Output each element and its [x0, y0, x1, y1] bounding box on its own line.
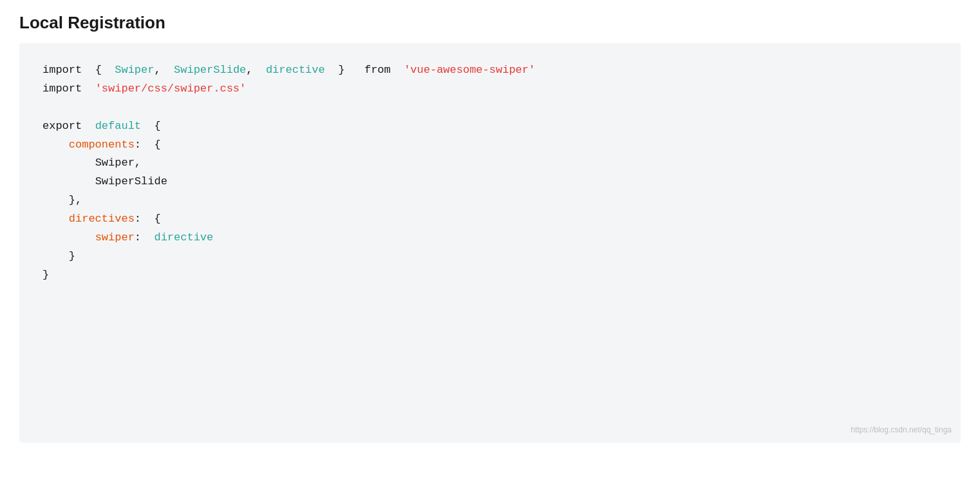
code-line-9: swiper: directive: [42, 229, 938, 247]
value-directive: directive: [154, 231, 213, 244]
code-block: import { Swiper, SwiperSlide, directive …: [19, 43, 961, 443]
identifier-swiperslide-1: SwiperSlide: [174, 64, 246, 76]
key-components: components: [69, 139, 135, 151]
string-vue-awesome-swiper: 'vue-awesome-swiper': [404, 64, 535, 76]
code-line-5: Swiper,: [42, 154, 938, 173]
identifier-swiper-1: Swiper: [115, 64, 154, 76]
code-line-empty-1: [42, 99, 938, 117]
value-swiperslide: SwiperSlide: [95, 175, 167, 188]
value-swiper: Swiper,: [95, 157, 141, 169]
code-line-3: export default {: [42, 117, 938, 136]
page-title: Local Registration: [19, 13, 961, 33]
code-line-4: components: {: [42, 136, 938, 155]
code-line-8: directives: {: [42, 210, 938, 229]
code-line-2: import 'swiper/css/swiper.css': [42, 80, 938, 99]
code-line-11: }: [42, 266, 938, 285]
key-directives: directives: [69, 213, 135, 225]
watermark: https://blog.csdn.net/qq_tinga: [851, 423, 952, 436]
code-line-7: },: [42, 191, 938, 210]
code-line-10: }: [42, 247, 938, 266]
keyword-default: default: [95, 120, 141, 132]
identifier-directive-1: directive: [266, 64, 325, 76]
code-line-6: SwiperSlide: [42, 173, 938, 191]
keyword-import-2: import: [42, 82, 82, 95]
keyword-from: from: [364, 64, 391, 76]
string-swiper-css: 'swiper/css/swiper.css': [95, 82, 247, 95]
keyword-export: export: [42, 120, 82, 132]
keyword-import-1: import: [42, 64, 82, 76]
page-container: Local Registration import { Swiper, Swip…: [0, 0, 980, 456]
key-swiper: swiper: [95, 231, 135, 244]
code-line-1: import { Swiper, SwiperSlide, directive …: [42, 61, 938, 80]
